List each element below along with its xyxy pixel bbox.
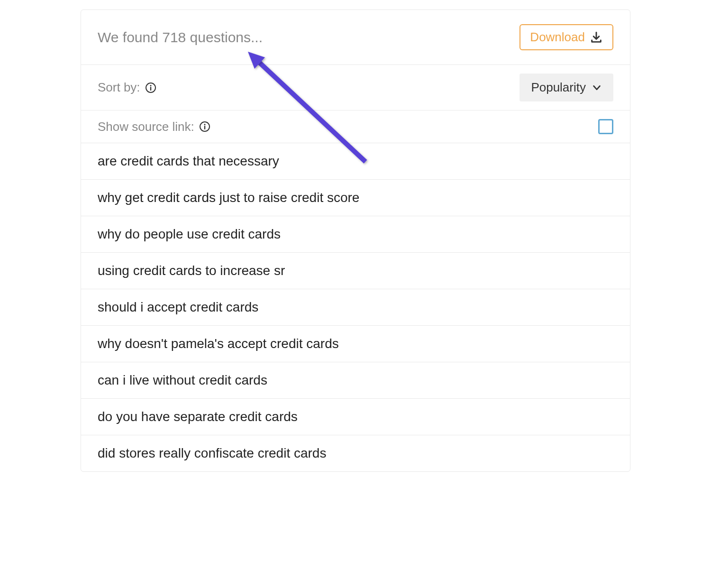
sort-by-label: Sort by: [98, 80, 156, 95]
svg-rect-5 [204, 126, 205, 129]
question-item[interactable]: why get credit cards just to raise credi… [81, 180, 630, 216]
sort-dropdown[interactable]: Popularity [520, 74, 613, 101]
question-item[interactable]: can i live without credit cards [81, 362, 630, 399]
sort-row: Sort by: Popularity [81, 65, 630, 110]
question-item[interactable]: should i accept credit cards [81, 289, 630, 326]
source-link-label: Show source link: [98, 119, 210, 134]
source-link-text: Show source link: [98, 119, 194, 134]
download-button[interactable]: Download [520, 24, 613, 50]
chevron-down-icon [592, 83, 602, 93]
question-item[interactable]: do you have separate credit cards [81, 399, 630, 435]
svg-point-4 [204, 124, 205, 125]
sort-by-text: Sort by: [98, 80, 140, 95]
header-row: We found 718 questions... Download [81, 10, 630, 65]
question-item[interactable]: using credit cards to increase sr [81, 253, 630, 289]
info-icon[interactable] [199, 121, 210, 132]
source-link-checkbox[interactable] [598, 119, 613, 134]
question-item[interactable]: did stores really confiscate credit card… [81, 435, 630, 471]
question-item[interactable]: why do people use credit cards [81, 216, 630, 253]
questions-list: are credit cards that necessary why get … [81, 143, 630, 471]
question-item[interactable]: are credit cards that necessary [81, 143, 630, 180]
svg-point-1 [150, 85, 151, 86]
download-icon [590, 31, 603, 44]
results-count-text: We found 718 questions... [98, 29, 263, 46]
info-icon[interactable] [145, 82, 156, 93]
sort-dropdown-value: Popularity [531, 80, 586, 95]
svg-rect-2 [150, 87, 151, 91]
question-item[interactable]: why doesn't pamela's accept credit cards [81, 326, 630, 362]
source-link-row: Show source link: [81, 110, 630, 143]
download-button-label: Download [530, 30, 585, 45]
results-panel: We found 718 questions... Download Sort … [81, 9, 630, 472]
